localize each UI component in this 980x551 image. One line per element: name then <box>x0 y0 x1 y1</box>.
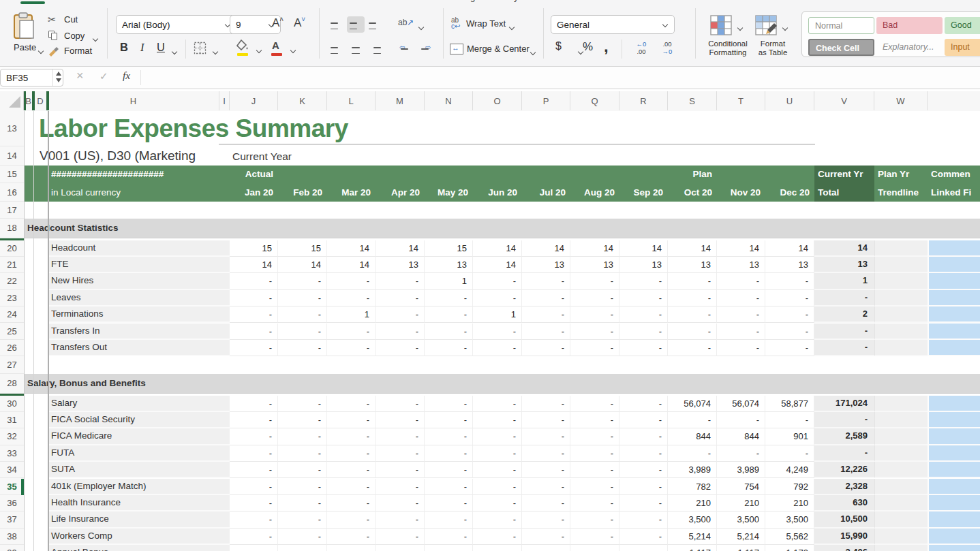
cell[interactable]: - <box>376 445 425 462</box>
cell[interactable]: - <box>570 445 619 462</box>
trendline-cell[interactable] <box>874 529 928 545</box>
row-header-39[interactable]: 39 <box>0 545 24 551</box>
cell[interactable]: - <box>473 324 522 340</box>
select-all-corner[interactable] <box>0 91 24 110</box>
row-header-36[interactable]: 36 <box>0 495 24 511</box>
align-bottom-button[interactable] <box>366 16 384 33</box>
linked-file-cell[interactable] <box>928 306 980 323</box>
cell[interactable]: - <box>717 306 765 323</box>
cell[interactable]: 15 <box>230 240 278 257</box>
cell[interactable]: - <box>570 428 619 445</box>
cell[interactable]: - <box>278 511 327 528</box>
comma-format-button[interactable]: , <box>604 37 615 54</box>
cell[interactable]: - <box>327 511 376 528</box>
cell[interactable]: - <box>619 462 668 478</box>
row-label[interactable]: Transfers Out <box>48 340 230 356</box>
cell[interactable]: - <box>570 306 619 323</box>
cell[interactable]: - <box>668 324 717 340</box>
cell[interactable]: 5,562 <box>765 529 814 545</box>
cell[interactable]: - <box>522 529 570 545</box>
align-center-button[interactable] <box>347 41 365 57</box>
row-header-33[interactable]: 33 <box>0 445 24 462</box>
trendline-cell[interactable] <box>874 428 928 445</box>
row-header-26[interactable]: 26 <box>0 340 24 356</box>
column-header-V[interactable]: V <box>814 91 874 110</box>
row-header-24[interactable]: 24 <box>0 306 24 323</box>
cell[interactable]: - <box>473 511 522 528</box>
cell[interactable]: - <box>570 340 619 356</box>
row-label[interactable]: FICA Medicare <box>48 428 230 445</box>
cell[interactable]: - <box>376 340 425 356</box>
cell-style-input[interactable]: Input <box>945 39 980 56</box>
borders-button[interactable] <box>194 41 224 56</box>
cell[interactable]: - <box>230 306 278 323</box>
cell[interactable]: 5,214 <box>668 529 717 545</box>
cell[interactable]: 14 <box>230 257 278 273</box>
row-header-28[interactable]: 28 <box>0 374 24 394</box>
cell[interactable]: - <box>376 462 425 478</box>
cell[interactable]: - <box>619 273 668 289</box>
cell[interactable]: - <box>619 290 668 306</box>
column-header-J[interactable]: J <box>230 91 278 110</box>
cell[interactable]: - <box>376 511 425 528</box>
cell[interactable]: - <box>230 479 278 495</box>
row-label[interactable]: Leaves <box>48 290 230 306</box>
row-label[interactable]: FUTA <box>48 445 230 462</box>
enter-button[interactable]: ✓ <box>99 70 108 82</box>
cell[interactable]: - <box>278 290 327 306</box>
paste-button[interactable]: Paste <box>8 11 44 56</box>
cell[interactable]: - <box>570 273 619 289</box>
column-header-I[interactable]: I <box>219 91 230 110</box>
cell[interactable]: - <box>425 324 473 340</box>
cell[interactable]: 1,173 <box>765 545 814 551</box>
cell[interactable]: 792 <box>765 479 814 495</box>
column-header-K[interactable]: K <box>278 91 327 110</box>
total-cell[interactable]: - <box>814 340 874 356</box>
cut-button[interactable]: ✂ Cut <box>48 14 102 26</box>
cell-style-explanatory[interactable]: Explanatory... <box>876 39 943 56</box>
cell[interactable]: 15 <box>425 240 473 257</box>
cell[interactable]: - <box>278 412 327 428</box>
table-header-band[interactable]: ######################in Local currencyA… <box>24 166 980 202</box>
cell[interactable]: 4,249 <box>765 462 814 478</box>
fill-color-button[interactable] <box>236 40 267 56</box>
cell[interactable]: - <box>230 290 278 306</box>
row-label[interactable]: Terminations <box>48 306 230 323</box>
cell[interactable]: 3,500 <box>668 511 717 528</box>
copy-button[interactable]: Copy <box>48 30 109 42</box>
cell[interactable]: - <box>668 290 717 306</box>
cell[interactable]: - <box>425 545 473 551</box>
cell[interactable]: 56,074 <box>668 396 717 412</box>
linked-file-cell[interactable] <box>928 529 980 545</box>
cell[interactable]: 3,989 <box>717 462 765 478</box>
cell[interactable]: 13 <box>668 257 717 273</box>
cell[interactable]: - <box>717 324 765 340</box>
cell[interactable]: - <box>619 479 668 495</box>
cell[interactable]: 3,989 <box>668 462 717 478</box>
cell[interactable]: 901 <box>765 428 814 445</box>
cell[interactable]: - <box>425 495 473 511</box>
cell[interactable]: - <box>376 290 425 306</box>
row-header-22[interactable]: 22 <box>0 273 24 289</box>
row-header-35[interactable]: 35 <box>0 479 24 495</box>
row-header-37[interactable]: 37 <box>0 511 24 528</box>
cell[interactable]: - <box>619 428 668 445</box>
total-cell[interactable]: 630 <box>814 495 874 511</box>
cell[interactable]: - <box>425 306 473 323</box>
sheet-subtitle[interactable]: V001 (US), D30 (Marketing <box>40 148 230 165</box>
cell[interactable]: - <box>522 545 570 551</box>
row-header-18[interactable]: 18 <box>0 219 24 238</box>
cell-style-bad[interactable]: Bad <box>876 17 943 34</box>
cell[interactable]: 1 <box>473 306 522 323</box>
row-label[interactable]: FTE <box>48 257 230 273</box>
align-top-button[interactable] <box>328 16 346 33</box>
cell[interactable]: - <box>570 412 619 428</box>
cell[interactable]: - <box>522 445 570 462</box>
row-label[interactable]: New Hires <box>48 273 230 289</box>
row-label[interactable]: 401k (Employer Match) <box>48 479 230 495</box>
linked-file-cell[interactable] <box>928 479 980 495</box>
trendline-cell[interactable] <box>874 290 928 306</box>
cell[interactable]: - <box>425 479 473 495</box>
cell[interactable]: - <box>376 306 425 323</box>
cell[interactable]: - <box>765 324 814 340</box>
